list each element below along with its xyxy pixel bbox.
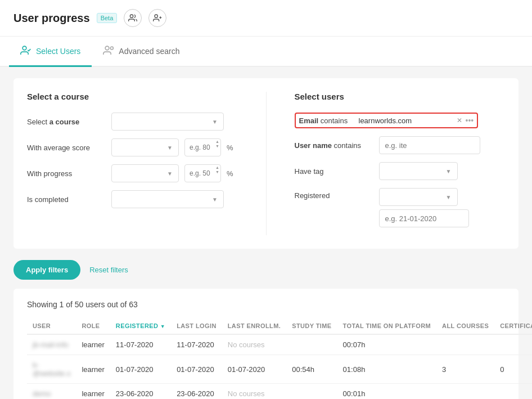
progress-dropdown[interactable]: ▼ (111, 164, 179, 182)
chevron-down-icon: ▼ (446, 168, 452, 174)
cell-all-courses (436, 384, 494, 400)
chevron-down-icon: ▼ (167, 145, 173, 151)
cell-last-login: 01-07-2020 (171, 355, 222, 384)
beta-badge: Beta (97, 13, 118, 23)
tab-advanced-search[interactable]: Advanced search (92, 37, 191, 67)
page-header: User progress Beta (0, 0, 532, 37)
col-all-courses: ALL COURSES (436, 318, 494, 334)
cell-study-time (286, 334, 337, 355)
email-clear-icon[interactable]: ✕ (457, 116, 462, 124)
email-contains-label: Email contains (299, 116, 355, 125)
cell-study-time: 00:54h (286, 355, 337, 384)
cell-last-enrollm: 01-07-2020 (222, 355, 286, 384)
email-options-icon[interactable]: ••• (466, 116, 474, 125)
have-tag-label: Have tag (295, 167, 373, 176)
email-filter-wrapper: Email contains ✕ ••• (295, 113, 479, 128)
select-course-row: Select a course ▼ (27, 113, 238, 131)
page-title: User progress (13, 12, 90, 25)
reset-filters-button[interactable]: Reset filters (89, 266, 128, 274)
course-filter-section: Select a course Select a course ▼ With a… (27, 92, 238, 235)
table-header-row: USER ROLE REGISTERED ▼ LAST LOGIN LAST E… (27, 318, 532, 334)
average-score-label: With average score (27, 144, 106, 152)
have-tag-dropdown[interactable]: ▼ (379, 162, 458, 180)
table-row: jb-mail-info learner 11-07-2020 11-07-20… (27, 334, 532, 355)
username-input[interactable] (379, 136, 480, 154)
cell-last-login: 23-06-2020 (171, 384, 222, 400)
tab-select-users-label: Select Users (36, 47, 80, 56)
spin-down-icon[interactable]: ▼ (215, 144, 219, 148)
cell-certificates (494, 334, 532, 355)
completed-label: Is completed (27, 195, 106, 204)
apply-filters-button[interactable]: Apply filters (13, 260, 80, 280)
completed-dropdown[interactable]: ▼ (111, 190, 224, 208)
user-add-button[interactable] (148, 9, 166, 27)
tab-advanced-search-label: Advanced search (119, 47, 179, 56)
username-label: User name contains (295, 141, 373, 150)
filter-actions: Apply filters Reset filters (13, 260, 519, 280)
col-user: USER (27, 318, 76, 334)
percent-label2: % (227, 169, 233, 178)
results-summary: Showing 1 of 50 users out of 63 (27, 300, 505, 309)
svg-point-4 (22, 46, 26, 50)
col-total-time: TOTAL TIME ON PLATFORM (337, 318, 436, 334)
cell-user[interactable]: jb-mail-info (27, 334, 76, 355)
chevron-down-icon: ▼ (212, 119, 218, 125)
cell-user[interactable]: demo (27, 384, 76, 400)
cell-last-enrollm: No courses (222, 384, 286, 400)
select-course-dropdown[interactable]: ▼ (111, 113, 224, 131)
registered-label: Registered (295, 188, 373, 200)
cell-registered: 23-06-2020 (110, 384, 171, 400)
average-score-row: With average score ▼ ▲ ▼ % (27, 138, 238, 156)
have-tag-row: Have tag ▼ (295, 162, 506, 180)
progress-row: With progress ▼ ▲ ▼ % (27, 164, 238, 182)
average-score-dropdown[interactable]: ▼ (111, 138, 179, 156)
spin-down-icon[interactable]: ▼ (215, 170, 219, 174)
col-registered[interactable]: REGISTERED ▼ (110, 318, 171, 334)
progress-label: With progress (27, 169, 106, 178)
cell-registered: 11-07-2020 (110, 334, 171, 355)
cell-total-time: 00:07h (337, 334, 436, 355)
results-section: Showing 1 of 50 users out of 63 USER ROL… (13, 289, 519, 399)
main-content: Select a course Select a course ▼ With a… (0, 67, 532, 399)
email-row: Email contains ✕ ••• (295, 113, 506, 128)
completed-row: Is completed ▼ (27, 190, 238, 208)
col-role: ROLE (76, 318, 110, 334)
tab-bar: Select Users Advanced search (0, 37, 532, 67)
chevron-down-icon: ▼ (167, 171, 173, 177)
cell-study-time (286, 384, 337, 400)
cell-role: learner (76, 384, 110, 400)
cell-total-time: 00:01h (337, 384, 436, 400)
cell-role: learner (76, 355, 110, 384)
username-row: User name contains (295, 136, 506, 154)
cell-registered: 01-07-2020 (110, 355, 171, 384)
svg-point-0 (130, 15, 133, 17)
advanced-search-icon (103, 44, 114, 57)
registered-dropdown[interactable]: ▼ (379, 188, 458, 206)
cell-certificates: 0 (494, 355, 532, 384)
email-input[interactable] (359, 116, 453, 125)
svg-point-1 (155, 15, 157, 17)
svg-point-5 (106, 46, 110, 50)
users-button[interactable] (124, 9, 142, 27)
chevron-down-icon: ▼ (446, 194, 452, 200)
col-last-enrollm: LAST ENROLLM. (222, 318, 286, 334)
cell-last-enrollm: No courses (222, 334, 286, 355)
spin-up-icon[interactable]: ▲ (215, 165, 219, 169)
cell-all-courses (436, 334, 494, 355)
course-section-title: Select a course (27, 92, 238, 101)
registered-date-input[interactable] (379, 209, 469, 227)
results-table: USER ROLE REGISTERED ▼ LAST LOGIN LAST E… (27, 318, 532, 399)
cell-total-time: 01:08h (337, 355, 436, 384)
select-course-label: Select a course (27, 118, 106, 126)
tab-select-users[interactable]: Select Users (9, 37, 92, 67)
users-filter-section: Select users Email contains ✕ ••• User n… (295, 92, 506, 235)
table-row: b-@website.s learner 01-07-2020 01-07-20… (27, 355, 532, 384)
col-last-login: LAST LOGIN (171, 318, 222, 334)
select-users-icon (20, 44, 31, 57)
col-study-time: STUDY TIME (286, 318, 337, 334)
cell-last-login: 11-07-2020 (171, 334, 222, 355)
registered-row: Registered ▼ (295, 188, 506, 227)
cell-user[interactable]: b-@website.s (27, 355, 76, 384)
spin-up-icon[interactable]: ▲ (215, 140, 219, 144)
users-section-title: Select users (295, 92, 506, 101)
